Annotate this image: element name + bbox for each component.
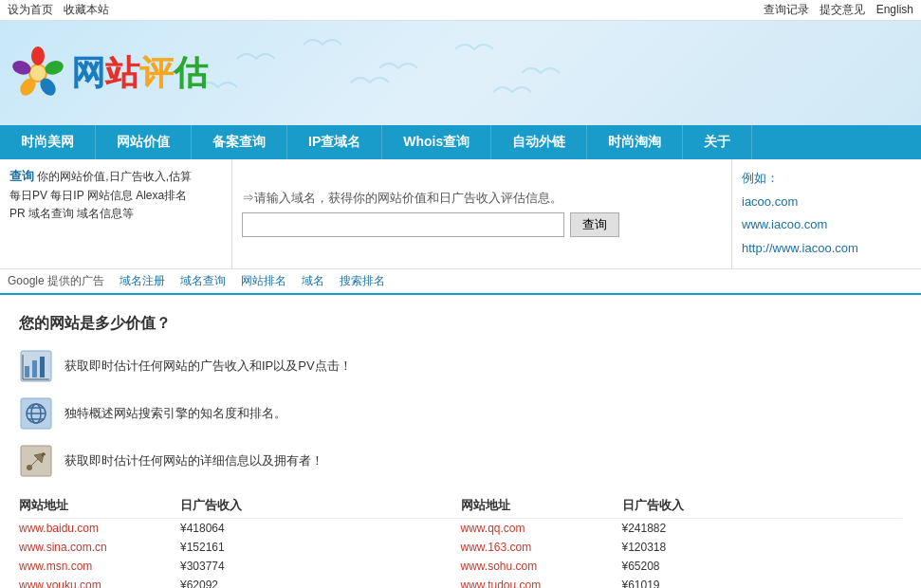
search-row: 查询 — [242, 212, 722, 237]
table-row: www.msn.com ¥303774 — [19, 557, 461, 576]
feature-item-2: 独特概述网站搜索引擎的知名度和排名。 — [19, 396, 902, 431]
nav-item-ip-domain[interactable]: IP查域名 — [287, 125, 382, 159]
search-button[interactable]: 查询 — [570, 212, 619, 237]
example-3: http://www.iacoo.com — [742, 241, 858, 255]
svg-rect-8 — [25, 366, 29, 377]
site-link[interactable]: www.163.com — [461, 541, 532, 554]
search-center-panel: ⇒请输入域名，获得你的网站价值和日广告收入评估信息。 查询 — [232, 159, 731, 268]
site-table-right: 网站地址 日广告收入 www.qq.com ¥241882 www.163.co… — [461, 493, 903, 588]
site-link[interactable]: www.sohu.com — [461, 560, 538, 573]
table-row: www.sohu.com ¥65208 — [461, 557, 903, 576]
col-header-ad-right: 日广告收入 — [622, 497, 903, 514]
ad-value: ¥241882 — [622, 522, 903, 535]
set-home-link[interactable]: 设为首页 — [8, 3, 53, 16]
site-link[interactable]: www.tudou.com — [461, 579, 542, 588]
search-input[interactable] — [242, 212, 564, 237]
ad-value: ¥120318 — [622, 541, 903, 554]
search-area: 查询 你的网站价值,日广告收入,估算每日PV 每日IP 网站信息 Alexa排名… — [0, 159, 921, 269]
logo-area: 网站评估 — [0, 45, 208, 101]
table-row: www.youku.com ¥62092 — [19, 576, 461, 588]
logo-icon — [9, 45, 66, 101]
nav-item-whois-query[interactable]: Whois查询 — [382, 125, 491, 159]
sub-nav: Google 提供的广告 域名注册 域名查询 网站排名 域名 搜索排名 — [0, 269, 921, 295]
ad-value: ¥61019 — [622, 579, 903, 588]
sub-nav-domain-reg[interactable]: 域名注册 — [120, 273, 165, 289]
top-bar-left: 设为首页 收藏本站 — [8, 2, 117, 18]
feature-text-3: 获取即时估计任何网站的详细信息以及拥有者！ — [64, 452, 323, 469]
chart-icon — [19, 349, 53, 383]
site-link[interactable]: www.youku.com — [19, 579, 101, 588]
table-row: www.163.com ¥120318 — [461, 538, 903, 557]
table-row: www.tudou.com ¥61019 — [461, 576, 903, 588]
nav-item-about[interactable]: 关于 — [683, 125, 752, 159]
wrench-icon — [19, 444, 53, 478]
site-table-section: 网站地址 日广告收入 www.baidu.com ¥418064 www.sin… — [19, 493, 902, 588]
header: 网站评估 — [0, 21, 921, 125]
site-link[interactable]: www.msn.com — [19, 560, 92, 573]
bookmark-link[interactable]: 收藏本站 — [64, 3, 109, 16]
nav-item-beian-query[interactable]: 备案查询 — [192, 125, 287, 159]
top-bar-right: 查询记录 提交意见 English — [756, 2, 913, 18]
svg-point-20 — [27, 465, 32, 470]
col-header-ad-left: 日广告收入 — [180, 497, 461, 514]
sub-nav-domain[interactable]: 域名 — [302, 273, 324, 289]
top-bar: 设为首页 收藏本站 查询记录 提交意见 English — [0, 0, 921, 21]
nav-item-auto-link[interactable]: 自动外链 — [491, 125, 587, 159]
ad-value: ¥418064 — [180, 522, 461, 535]
site-link[interactable]: www.baidu.com — [19, 522, 99, 535]
site-table-left: 网站地址 日广告收入 www.baidu.com ¥418064 www.sin… — [19, 493, 461, 588]
table-header-right: 网站地址 日广告收入 — [461, 493, 903, 519]
ad-value: ¥65208 — [622, 560, 903, 573]
table-row: www.qq.com ¥241882 — [461, 519, 903, 538]
google-ad-label: Google 提供的广告 — [8, 273, 104, 289]
main-content: 您的网站是多少价值？ 获取即时估计任何网站的广告收入和IP以及PV点击！ 独特概… — [0, 295, 921, 588]
nav-item-fashion-shop[interactable]: 时尚淘淘 — [587, 125, 683, 159]
example-label: 例如： — [742, 171, 779, 185]
svg-point-1 — [31, 46, 45, 65]
site-link[interactable]: www.qq.com — [461, 522, 525, 535]
example-2: www.iacoo.com — [742, 217, 827, 231]
sub-nav-site-rank[interactable]: 网站排名 — [241, 273, 286, 289]
feature-text-2: 独特概述网站搜索引擎的知名度和排名。 — [64, 405, 286, 422]
svg-point-6 — [30, 65, 46, 81]
example-1: iacoo.com — [742, 194, 798, 209]
main-nav: 时尚美网 网站价值 备案查询 IP查域名 Whois查询 自动外链 时尚淘淘 关… — [0, 125, 921, 159]
ad-value: ¥303774 — [180, 560, 461, 573]
table-row: www.baidu.com ¥418064 — [19, 519, 461, 538]
table-header-left: 网站地址 日广告收入 — [19, 493, 461, 519]
search-left-panel: 查询 你的网站价值,日广告收入,估算每日PV 每日IP 网站信息 Alexa排名… — [0, 159, 232, 268]
query-history-link[interactable]: 查询记录 — [764, 3, 809, 16]
feature-text-1: 获取即时估计任何网站的广告收入和IP以及PV点击！ — [64, 358, 352, 375]
feature-item-3: 获取即时估计任何网站的详细信息以及拥有者！ — [19, 444, 902, 478]
search-description: 你的网站价值,日广告收入,估算每日PV 每日IP 网站信息 Alexa排名PR … — [9, 170, 192, 220]
sub-nav-search-rank[interactable]: 搜索排名 — [340, 273, 385, 289]
sub-nav-domain-query[interactable]: 域名查询 — [180, 273, 226, 289]
nav-item-site-value[interactable]: 网站价值 — [96, 125, 192, 159]
feature-item-1: 获取即时估计任何网站的广告收入和IP以及PV点击！ — [19, 349, 902, 383]
col-header-site-right: 网站地址 — [461, 497, 622, 514]
svg-rect-10 — [40, 357, 45, 377]
col-header-site-left: 网站地址 — [19, 497, 180, 514]
search-prompt: ⇒请输入域名，获得你的网站价值和日广告收入评估信息。 — [242, 190, 722, 207]
logo-text: 网站评估 — [71, 50, 208, 97]
feedback-link[interactable]: 提交意见 — [820, 3, 865, 16]
ad-value: ¥152161 — [180, 541, 461, 554]
value-title: 您的网站是多少价值？ — [19, 314, 902, 334]
table-row: www.sina.com.cn ¥152161 — [19, 538, 461, 557]
nav-item-fashion-web[interactable]: 时尚美网 — [0, 125, 96, 159]
ad-value: ¥62092 — [180, 579, 461, 588]
search-right-panel: 例如： iacoo.com www.iacoo.com http://www.i… — [731, 159, 921, 268]
english-link[interactable]: English — [876, 3, 913, 16]
svg-rect-9 — [32, 360, 37, 377]
query-label: 查询 — [9, 169, 34, 183]
site-link[interactable]: www.sina.com.cn — [19, 541, 107, 554]
globe-icon — [19, 396, 53, 431]
